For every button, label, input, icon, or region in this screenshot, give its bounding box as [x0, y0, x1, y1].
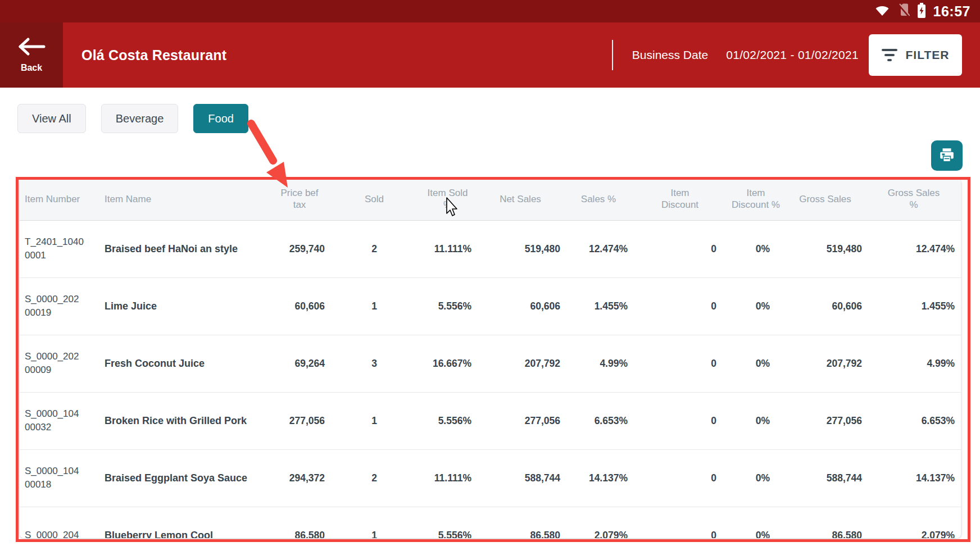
- cell-net-sales: 86,580: [476, 507, 565, 538]
- cell-price-bef-tax: 69,264: [270, 335, 329, 392]
- column-header-sales-pct[interactable]: Sales %: [565, 179, 632, 220]
- table-row[interactable]: S_0000_104 00032Broken Rice with Grilled…: [20, 392, 961, 449]
- cell-item-discount: 0: [632, 507, 728, 538]
- column-header-net-sales[interactable]: Net Sales: [476, 179, 565, 220]
- cell-item-sold-pct: 11.111%: [419, 220, 476, 277]
- no-sim-icon: [897, 3, 910, 19]
- cell-sales-pct: 12.474%: [565, 220, 632, 277]
- wifi-icon: [874, 4, 890, 19]
- sales-report-table-card: Item NumberItem NamePrice bef taxSoldIte…: [20, 179, 961, 538]
- cell-item-name: Blueberry Lemon Cool: [104, 507, 270, 538]
- column-header-item-sold-pct[interactable]: Item Sold %: [419, 179, 476, 220]
- cell-sales-pct: 14.137%: [565, 449, 632, 507]
- cell-sales-pct: 2.079%: [565, 507, 632, 538]
- filter-icon: [882, 49, 897, 61]
- chip-food[interactable]: Food: [193, 104, 248, 133]
- back-button[interactable]: Back: [0, 22, 63, 88]
- cell-sales-pct: 1.455%: [565, 277, 632, 335]
- cell-item-discount-pct: 0%: [728, 335, 784, 392]
- table-row[interactable]: S_0000_104 00018Braised Eggplant Soya Sa…: [20, 449, 961, 507]
- cell-gross-sales-pct: 1.455%: [866, 277, 961, 335]
- column-header-item-number[interactable]: Item Number: [20, 179, 104, 220]
- cell-item-discount: 0: [632, 392, 728, 449]
- cell-net-sales: 277,056: [476, 392, 565, 449]
- table-row[interactable]: S_0000_202 00009Fresh Coconut Juice69,26…: [20, 335, 961, 392]
- chip-view-all[interactable]: View All: [17, 104, 86, 133]
- column-header-item-name[interactable]: Item Name: [104, 179, 270, 220]
- cell-gross-sales-pct: 6.653%: [866, 392, 961, 449]
- cell-item-discount-pct: 0%: [728, 507, 784, 538]
- table-row[interactable]: T_2401_1040 0001Braised beef HaNoi an st…: [20, 220, 961, 277]
- cell-price-bef-tax: 259,740: [270, 220, 329, 277]
- cell-item-number: S_0000_202 00009: [20, 335, 104, 392]
- cell-sales-pct: 4.99%: [565, 335, 632, 392]
- cell-gross-sales-pct: 4.99%: [866, 335, 961, 392]
- app-bar-right-group: Business Date 01/02/2021 - 01/02/2021 FI…: [612, 22, 962, 88]
- cell-gross-sales-pct: 2.079%: [866, 507, 961, 538]
- cell-item-number: S_0000_202 00019: [20, 277, 104, 335]
- cell-gross-sales: 588,744: [784, 449, 866, 507]
- cell-item-discount-pct: 0%: [728, 392, 784, 449]
- cell-gross-sales: 277,056: [784, 392, 866, 449]
- cell-item-sold-pct: 5.556%: [419, 392, 476, 449]
- column-header-item-discount[interactable]: Item Discount: [632, 179, 728, 220]
- cell-net-sales: 519,480: [476, 220, 565, 277]
- cell-price-bef-tax: 60,606: [270, 277, 329, 335]
- column-header-item-discount-pct[interactable]: Item Discount %: [728, 179, 784, 220]
- cell-item-name: Fresh Coconut Juice: [104, 335, 270, 392]
- cell-sales-pct: 6.653%: [565, 392, 632, 449]
- filter-button[interactable]: FILTER: [869, 34, 962, 76]
- sales-report-table: Item NumberItem NamePrice bef taxSoldIte…: [20, 179, 961, 538]
- column-header-gross-sales[interactable]: Gross Sales: [784, 179, 866, 220]
- vertical-divider: [612, 40, 613, 70]
- column-header-gross-sales-pct[interactable]: Gross Sales %: [866, 179, 961, 220]
- table-row[interactable]: S_0000_204Blueberry Lemon Cool86,58015.5…: [20, 507, 961, 538]
- cell-item-number: T_2401_1040 0001: [20, 220, 104, 277]
- cell-gross-sales-pct: 12.474%: [866, 220, 961, 277]
- cell-net-sales: 588,744: [476, 449, 565, 507]
- cell-item-discount: 0: [632, 335, 728, 392]
- cell-sold: 1: [329, 277, 419, 335]
- cell-gross-sales: 86,580: [784, 507, 866, 538]
- back-arrow-icon: [17, 37, 46, 58]
- cell-price-bef-tax: 294,372: [270, 449, 329, 507]
- cell-item-discount: 0: [632, 449, 728, 507]
- cell-gross-sales-pct: 14.137%: [866, 449, 961, 507]
- cell-item-name: Lime Juice: [104, 277, 270, 335]
- cell-sold: 3: [329, 335, 419, 392]
- cell-item-sold-pct: 11.111%: [419, 449, 476, 507]
- cell-item-discount-pct: 0%: [728, 277, 784, 335]
- cell-price-bef-tax: 277,056: [270, 392, 329, 449]
- cell-item-number: S_0000_204: [20, 507, 104, 538]
- cell-item-discount: 0: [632, 220, 728, 277]
- cell-item-sold-pct: 5.556%: [419, 277, 476, 335]
- column-header-sold[interactable]: Sold: [329, 179, 419, 220]
- cell-net-sales: 207,792: [476, 335, 565, 392]
- print-button[interactable]: [931, 140, 963, 171]
- cell-net-sales: 60,606: [476, 277, 565, 335]
- cell-sold: 1: [329, 392, 419, 449]
- cell-item-sold-pct: 16.667%: [419, 335, 476, 392]
- cell-item-name: Broken Rice with Grilled Pork: [104, 392, 270, 449]
- column-header-price-bef-tax[interactable]: Price bef tax: [270, 179, 329, 220]
- status-bar: 16:57: [0, 0, 980, 22]
- cell-item-number: S_0000_104 00032: [20, 392, 104, 449]
- battery-charging-icon: [917, 3, 926, 20]
- cell-item-discount: 0: [632, 277, 728, 335]
- business-date-value[interactable]: 01/02/2021 - 01/02/2021: [726, 48, 859, 62]
- chip-beverage[interactable]: Beverage: [101, 104, 179, 133]
- business-date-label: Business Date: [632, 48, 708, 62]
- status-time: 16:57: [933, 3, 970, 20]
- back-label: Back: [21, 63, 42, 73]
- table-row[interactable]: S_0000_202 00019Lime Juice60,60615.556%6…: [20, 277, 961, 335]
- cell-price-bef-tax: 86,580: [270, 507, 329, 538]
- table-header-row: Item NumberItem NamePrice bef taxSoldIte…: [20, 179, 961, 220]
- cell-sold: 1: [329, 507, 419, 538]
- cell-item-name: Braised beef HaNoi an style: [104, 220, 270, 277]
- filter-button-label: FILTER: [906, 48, 950, 62]
- cell-item-number: S_0000_104 00018: [20, 449, 104, 507]
- cell-sold: 2: [329, 449, 419, 507]
- cell-item-name: Braised Eggplant Soya Sauce: [104, 449, 270, 507]
- cell-gross-sales: 207,792: [784, 335, 866, 392]
- page-title: Olá Costa Restaurant: [81, 22, 226, 88]
